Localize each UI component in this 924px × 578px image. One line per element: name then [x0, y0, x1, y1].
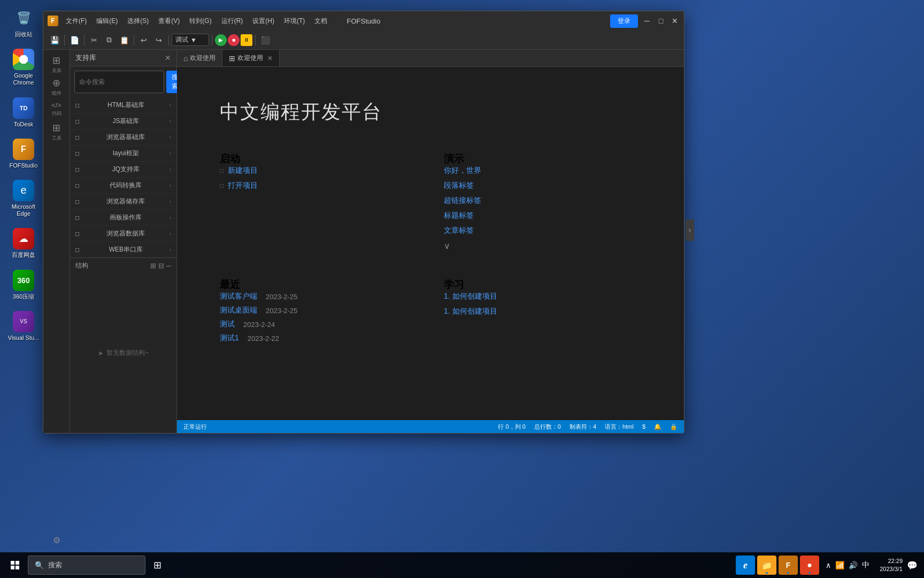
vstudio-label: Visual Stu... [8, 334, 40, 341]
tab-home[interactable]: ⌂ 欢迎使用 [177, 50, 222, 66]
lib-item-canvas[interactable]: □ 画板操作库 › [70, 210, 176, 226]
tray-chevron-icon[interactable]: ∧ [826, 561, 831, 569]
status-tab-size[interactable]: 制表符：4 [569, 423, 596, 431]
recent-item-0[interactable]: 测试客户端 2023-2-25 [220, 292, 417, 301]
lib-item-js-basic[interactable]: □ JS基础库 › [70, 113, 176, 130]
taskbar-app-other[interactable]: ● [800, 556, 819, 575]
more-arrow[interactable]: ∨ [444, 241, 641, 251]
status-total-rows[interactable]: 总行数：0 [534, 423, 561, 431]
demo-link-0[interactable]: 你好，世界 [444, 166, 641, 176]
lib-item-icon: □ [75, 230, 79, 238]
menu-edit[interactable]: 编辑(E) [92, 14, 122, 28]
search-input[interactable] [74, 71, 164, 93]
lib-item-layui[interactable]: □ layui框架 › [70, 146, 176, 162]
sidebar-tools[interactable]: ⊞ 工具 [47, 121, 67, 142]
save-button[interactable]: 💾 [48, 33, 61, 47]
recent-item-1[interactable]: 测试桌面端 2023-2-25 [220, 306, 417, 315]
menu-env[interactable]: 环境(T) [280, 14, 309, 28]
components-icon: ⊕ [52, 77, 60, 89]
taskbar-task-view[interactable]: ⊞ [148, 556, 167, 575]
demo-link-4[interactable]: 文章标签 [444, 226, 641, 235]
tab-welcome[interactable]: ⊞ 欢迎使用 ✕ [222, 50, 280, 66]
demo-link-1[interactable]: 段落标签 [444, 181, 641, 191]
taskbar-app-edge[interactable]: e [736, 556, 755, 575]
tray-ime-icon[interactable]: 中 [862, 560, 869, 570]
window-actions: 登录 ─ □ ✕ [610, 14, 680, 28]
desktop-icon-baidu[interactable]: ☁ 百度网盘 [4, 225, 43, 262]
recent-name-0: 测试客户端 [220, 292, 257, 301]
desktop-icon-vstudio[interactable]: VS Visual Stu... [4, 308, 43, 345]
structure-expand-btn[interactable]: ⊞ [150, 262, 156, 270]
new-project-link[interactable]: □ 新建项目 [220, 166, 417, 176]
lib-item-jquery[interactable]: □ JQ支持库 › [70, 162, 176, 178]
save-as-button[interactable]: 📄 [67, 33, 81, 47]
status-row-col[interactable]: 行 0，列 0 [498, 423, 525, 431]
lib-item-browser-storage[interactable]: □ 浏览器储存库 › [70, 194, 176, 210]
paste-button[interactable]: 📋 [117, 33, 131, 47]
menu-file[interactable]: 文件(F) [61, 14, 91, 28]
desktop-icon-360[interactable]: 360 360压缩 [4, 267, 43, 303]
desktop-icon-todesk[interactable]: TD ToDesk [4, 94, 43, 131]
todesk-icon: TD [13, 97, 34, 119]
copy-button[interactable]: ⧉ [102, 33, 116, 47]
redo-button[interactable]: ↪ [152, 33, 166, 47]
content-area: ⊞ 关库 ⊕ 组件 </> 代码 ⊞ 工具 支持库 [43, 50, 684, 433]
lib-item-html-basic[interactable]: □ HTML基础库 › [70, 97, 176, 113]
menu-select[interactable]: 选择(S) [123, 14, 153, 28]
notification-button[interactable]: 💬 [905, 558, 920, 573]
taskbar-app-fof[interactable]: F [779, 556, 798, 575]
learn-item-1[interactable]: 1. 如何创建项目 [444, 307, 641, 316]
taskbar-app-files[interactable]: 📁 [757, 556, 776, 575]
lib-item-web-window[interactable]: □ WEB串口库 › [70, 242, 176, 257]
sidebar-components[interactable]: ⊕ 组件 [47, 77, 67, 97]
status-bell-icon[interactable]: 🔔 [654, 423, 661, 430]
tray-network-icon[interactable]: 📶 [835, 561, 844, 569]
desktop-icon-edge[interactable]: e Microsoft Edge [4, 177, 43, 220]
tray-speaker-icon[interactable]: 🔊 [849, 561, 858, 569]
status-dollar-icon[interactable]: $ [642, 423, 645, 430]
menu-settings[interactable]: 设置(H) [248, 14, 279, 28]
clock-time: 22:29 [876, 557, 903, 565]
right-collapse-arrow[interactable]: › [686, 219, 694, 241]
run-button[interactable]: ▶ [215, 34, 227, 46]
status-lock-icon[interactable]: 🔒 [670, 423, 677, 430]
menu-view[interactable]: 查看(V) [154, 14, 184, 28]
demo-link-3[interactable]: 标题标签 [444, 211, 641, 220]
open-project-link[interactable]: □ 打开项目 [220, 181, 417, 191]
lib-item-browser-db[interactable]: □ 浏览器数据库 › [70, 226, 176, 242]
stop-button[interactable]: ■ [228, 34, 240, 46]
recent-item-2[interactable]: 测试 2023-2-24 [220, 320, 417, 329]
lib-item-code-convert[interactable]: □ 代码转换库 › [70, 178, 176, 194]
undo-button[interactable]: ↩ [137, 33, 151, 47]
menu-goto[interactable]: 转到(G) [185, 14, 215, 28]
panel-close-button[interactable]: ✕ [165, 54, 171, 62]
structure-collapse-btn[interactable]: ⊟ [158, 262, 164, 270]
lib-item-arrow: › [170, 199, 171, 204]
minimize-button[interactable]: ─ [642, 16, 652, 26]
pause-button[interactable]: ⏸ [241, 34, 252, 46]
demo-link-2[interactable]: 超链接标签 [444, 196, 641, 206]
structure-minus-btn[interactable]: ─ [166, 262, 171, 270]
maximize-button[interactable]: □ [656, 16, 666, 26]
settings-icon[interactable]: ⚙ [50, 533, 64, 547]
run-mode-dropdown[interactable]: 调试 ▼ [172, 34, 209, 46]
status-language[interactable]: 语言：html [605, 423, 634, 431]
taskbar-search[interactable]: 🔍 搜索 [28, 556, 145, 575]
desktop-icon-chrome[interactable]: Google Chrome [4, 45, 43, 89]
system-clock[interactable]: 22:29 2023/3/1 [876, 557, 903, 574]
recent-item-3[interactable]: 测试1 2023-2-22 [220, 333, 417, 343]
menu-docs[interactable]: 文档 [310, 14, 332, 28]
desktop-icon-fofstudio[interactable]: F FOFStudio [4, 135, 43, 172]
close-button[interactable]: ✕ [670, 16, 680, 26]
learn-item-0[interactable]: 1. 如何创建项目 [444, 292, 641, 301]
lib-item-browser-basic[interactable]: □ 浏览器基础库 › [70, 130, 176, 146]
desktop-icon-recycle-bin[interactable]: 🗑️ 回收站 [4, 4, 43, 41]
terminal-button[interactable]: ⬛ [258, 33, 272, 47]
sidebar-library[interactable]: ⊞ 关库 [47, 54, 67, 74]
tab-close-button[interactable]: ✕ [267, 55, 273, 62]
login-button[interactable]: 登录 [610, 14, 638, 28]
start-button[interactable] [4, 554, 26, 576]
sidebar-code[interactable]: </> 代码 [47, 99, 67, 119]
cut-button[interactable]: ✂ [87, 33, 101, 47]
menu-run[interactable]: 运行(R) [217, 14, 248, 28]
